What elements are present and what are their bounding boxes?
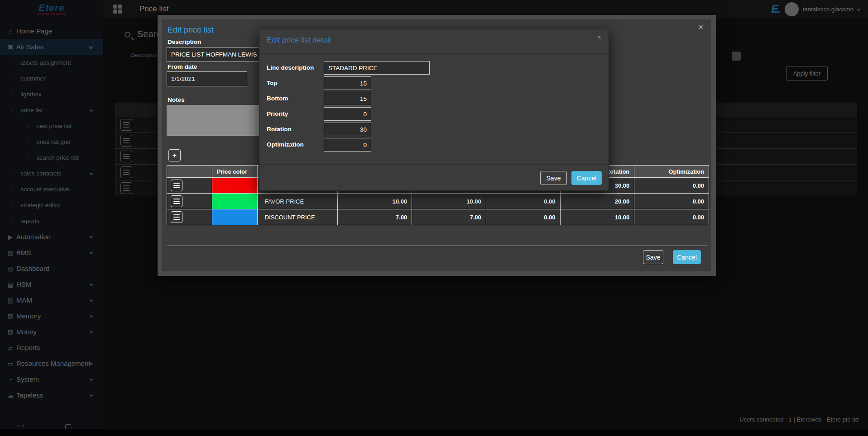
close-icon[interactable]: × — [597, 33, 601, 41]
optimization-input[interactable] — [324, 138, 371, 152]
bottom-label: Bottom — [267, 92, 322, 105]
cancel-button[interactable]: Cancel — [571, 171, 602, 185]
from-date-label: From date — [168, 63, 197, 70]
modal-title: Edit price list — [168, 25, 214, 35]
cancel-button[interactable]: Cancel — [673, 250, 701, 264]
row-menu-icon[interactable] — [171, 211, 182, 223]
color-swatch — [212, 194, 257, 209]
optimization-label: Optimization — [267, 138, 322, 152]
save-button[interactable]: Save — [643, 250, 663, 264]
table-row: DISCOUNT PRICE 7.00 7.00 0.00 10.00 0.00 — [167, 209, 709, 225]
price-color-cell[interactable] — [212, 209, 258, 225]
line-description-label: Line description — [267, 61, 322, 75]
header-divider — [259, 54, 609, 54]
bottom-input[interactable] — [324, 92, 371, 105]
notes-label: Notes — [168, 96, 185, 103]
row-menu-icon[interactable] — [171, 195, 182, 207]
color-swatch — [212, 178, 257, 193]
top-input[interactable] — [324, 76, 371, 90]
table-row: FAVOR PRICE 10.00 10.00 0.00 20.00 0.00 — [167, 194, 709, 209]
app-page: Etere a consistent system ⌂ Home Page ▣ … — [0, 0, 868, 436]
footer-divider — [259, 164, 609, 164]
priority-label: Priority — [267, 107, 322, 121]
close-icon[interactable]: × — [698, 22, 703, 32]
footer-divider — [167, 246, 707, 246]
edit-price-list-detail-modal: Edit price list detail × Line descriptio… — [259, 29, 609, 191]
rotation-input[interactable] — [324, 123, 371, 136]
top-label: Top — [267, 76, 322, 90]
rotation-label: Rotation — [267, 123, 322, 136]
modal-title: Edit price list detail — [267, 36, 331, 45]
color-swatch — [212, 209, 257, 225]
price-color-cell[interactable] — [212, 194, 258, 209]
description-label: Description — [168, 38, 201, 45]
line-description-input[interactable] — [324, 61, 430, 75]
priority-input[interactable] — [324, 107, 371, 121]
save-button[interactable]: Save — [540, 171, 567, 185]
add-row-button[interactable]: + — [168, 149, 181, 161]
from-date-input[interactable] — [167, 71, 247, 86]
price-color-cell[interactable] — [212, 178, 258, 193]
row-menu-icon[interactable] — [171, 180, 182, 191]
